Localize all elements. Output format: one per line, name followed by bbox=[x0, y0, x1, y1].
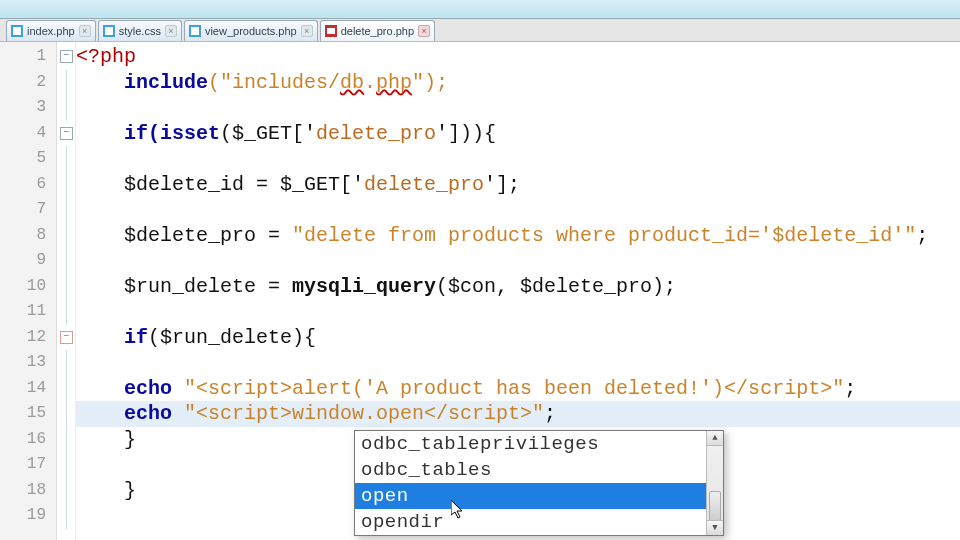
code-text: if( bbox=[124, 122, 160, 145]
code-text: echo bbox=[124, 377, 184, 400]
autocomplete-option[interactable]: odbc_tables bbox=[355, 457, 723, 483]
code-text: "); bbox=[412, 71, 448, 94]
code-text: delete_pro bbox=[316, 122, 436, 145]
toolbar-stub bbox=[0, 0, 960, 19]
code-text: db bbox=[340, 71, 364, 94]
svg-rect-5 bbox=[191, 27, 199, 35]
file-icon bbox=[103, 25, 115, 37]
tab-close-icon[interactable]: × bbox=[79, 25, 91, 37]
code-text: if bbox=[124, 326, 148, 349]
code-text: include bbox=[124, 71, 208, 94]
code-text: ']; bbox=[484, 173, 520, 196]
code-text: $delete_id = $_GET[' bbox=[124, 173, 364, 196]
code-text: <?php bbox=[76, 45, 136, 68]
code-text: ("includes/ bbox=[208, 71, 340, 94]
code-text: ; bbox=[916, 224, 928, 247]
current-line: echo "<script>window.open</script>"; bbox=[76, 401, 960, 427]
code-text: "<script>alert('A product has been delet… bbox=[184, 377, 844, 400]
file-icon bbox=[189, 25, 201, 37]
scroll-thumb[interactable] bbox=[709, 491, 721, 521]
php-file-icon bbox=[325, 25, 337, 37]
code-text: ($_GET[' bbox=[220, 122, 316, 145]
autocomplete-popup[interactable]: odbc_tableprivileges odbc_tables open op… bbox=[354, 430, 724, 536]
tab-label: view_products.php bbox=[205, 25, 297, 37]
svg-rect-1 bbox=[13, 27, 21, 35]
tab-style[interactable]: style.css × bbox=[98, 20, 182, 41]
tab-view-products[interactable]: view_products.php × bbox=[184, 20, 318, 41]
code-text: '])){ bbox=[436, 122, 496, 145]
svg-rect-3 bbox=[105, 27, 113, 35]
code-text: ; bbox=[544, 402, 556, 425]
code-text: ; bbox=[844, 377, 856, 400]
code-text: "<script>window.open</script>" bbox=[184, 402, 544, 425]
code-text: $delete_pro = bbox=[124, 224, 292, 247]
tab-label: delete_pro.php bbox=[341, 25, 414, 37]
code-text: isset bbox=[160, 122, 220, 145]
tab-close-icon[interactable]: × bbox=[165, 25, 177, 37]
autocomplete-option-selected[interactable]: open bbox=[355, 483, 723, 509]
tab-delete-pro[interactable]: delete_pro.php × bbox=[320, 20, 435, 41]
code-text: } bbox=[124, 479, 136, 502]
tab-close-icon[interactable]: × bbox=[301, 25, 313, 37]
fold-toggle-icon[interactable]: − bbox=[60, 331, 73, 344]
autocomplete-option[interactable]: odbc_tableprivileges bbox=[355, 431, 723, 457]
code-text: mysqli_query bbox=[292, 275, 436, 298]
file-icon bbox=[11, 25, 23, 37]
code-text: } bbox=[124, 428, 136, 451]
code-text: . bbox=[364, 71, 376, 94]
code-text: delete_pro bbox=[364, 173, 484, 196]
tab-index[interactable]: index.php × bbox=[6, 20, 96, 41]
code-text: ($run_delete){ bbox=[148, 326, 316, 349]
scroll-down-icon[interactable]: ▼ bbox=[707, 520, 723, 535]
scroll-up-icon[interactable]: ▲ bbox=[707, 431, 723, 446]
tab-label: index.php bbox=[27, 25, 75, 37]
code-text: echo bbox=[124, 402, 184, 425]
fold-column: − − − bbox=[57, 42, 76, 540]
tab-bar: index.php × style.css × view_products.ph… bbox=[0, 19, 960, 42]
tab-close-icon[interactable]: × bbox=[418, 25, 430, 37]
autocomplete-option[interactable]: opendir bbox=[355, 509, 723, 535]
fold-toggle-icon[interactable]: − bbox=[60, 127, 73, 140]
line-number-gutter: 12345678910111213141516171819 bbox=[0, 42, 57, 540]
autocomplete-scrollbar[interactable]: ▲ ▼ bbox=[706, 431, 723, 535]
svg-rect-7 bbox=[327, 28, 335, 34]
code-text: "delete from products where product_id='… bbox=[292, 224, 916, 247]
code-text: php bbox=[376, 71, 412, 94]
fold-toggle-icon[interactable]: − bbox=[60, 50, 73, 63]
code-text: ($con, $delete_pro); bbox=[436, 275, 676, 298]
tab-label: style.css bbox=[119, 25, 161, 37]
code-text: $run_delete = bbox=[124, 275, 292, 298]
